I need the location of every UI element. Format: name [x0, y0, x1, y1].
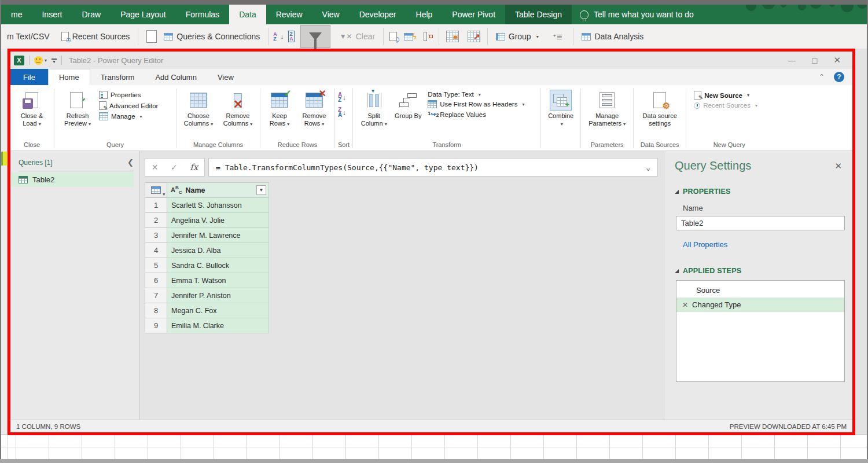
excel-tab-home[interactable]: me [1, 5, 32, 24]
queries-pane-title: Queries [1] [19, 159, 53, 167]
fx-icon[interactable]: fx [190, 162, 198, 172]
formula-accept-icon[interactable]: ✓ [171, 163, 178, 172]
cell-name[interactable]: Angelina V. Jolie [167, 213, 269, 228]
excel-tab-draw[interactable]: Draw [72, 5, 111, 24]
flash-fill-button[interactable]: ϟ [400, 24, 420, 49]
excel-tab-review[interactable]: Review [266, 5, 312, 24]
pq-tab-add-column[interactable]: Add Column [145, 69, 207, 85]
sort-az-button[interactable]: AZ↓ [271, 24, 286, 49]
excel-tab-insert[interactable]: Insert [32, 5, 72, 24]
group-button[interactable]: Group ▾ [490, 24, 545, 49]
remove-duplicates-button[interactable] [420, 24, 436, 49]
cell-name[interactable]: Megan C. Fox [167, 303, 269, 318]
tell-me-box[interactable]: Tell me what you want to do [572, 5, 702, 24]
refresh-preview-button[interactable]: ⟳ Refresh Preview▾ [57, 87, 98, 128]
new-source-button[interactable]: New Source ▾ [694, 91, 757, 100]
ribbon-group-new-query: New Source ▾ Recent Sources ▾ New Query [687, 87, 771, 150]
pq-title-bar[interactable]: X ▾ ▾ Table2 - Power Query Editor — □ ✕ [10, 52, 852, 69]
excel-tab-view[interactable]: View [312, 5, 350, 24]
select-all-cell[interactable]: ▾ [145, 183, 167, 198]
excel-tab-developer[interactable]: Developer [350, 5, 406, 24]
pq-tab-home[interactable]: Home [48, 69, 90, 85]
group-label-data-sources: Data Sources [637, 140, 683, 150]
manage-parameters-button[interactable]: Manage Parameters▾ [584, 87, 630, 128]
remove-columns-button[interactable]: ✕ Remove Columns▾ [219, 87, 257, 128]
from-text-csv-button[interactable]: m Text/CSV [1, 24, 56, 49]
filter-button[interactable] [297, 24, 334, 49]
collapse-triangle-icon[interactable] [675, 190, 679, 194]
replace-values-button[interactable]: 1↪2 Replace Values [428, 111, 538, 118]
subtotal-button[interactable]: ⁺≣ [545, 24, 571, 49]
sort-za-button[interactable]: ZA [286, 24, 297, 49]
remove-rows-button[interactable]: ✕ Remove Rows▾ [297, 87, 332, 128]
cell-name[interactable]: Jennifer P. Aniston [167, 288, 269, 303]
excel-tab-table-design[interactable]: Table Design [505, 5, 572, 24]
new-source-icon [694, 91, 701, 100]
queries-connections-button[interactable]: Queries & Connections [158, 24, 266, 49]
query-name-input[interactable] [676, 216, 845, 230]
cell-name[interactable]: Sandra C. Bullock [167, 258, 269, 273]
dropdown-caret-icon: ▾ [250, 122, 252, 127]
split-column-button[interactable]: ▾ Split Column▾ [356, 87, 392, 128]
column-header-name[interactable]: ABC Name ▼ [167, 183, 269, 198]
query-list-item-table2[interactable]: Table2 [10, 172, 134, 187]
advanced-editor-button[interactable]: Advanced Editor [99, 101, 173, 110]
refresh-all-button[interactable] [141, 24, 158, 49]
all-properties-link[interactable]: All Properties [683, 240, 727, 249]
excel-tab-power-pivot[interactable]: Power Pivot [442, 5, 505, 24]
combine-button[interactable]: + Combine▾ [544, 87, 578, 128]
close-button[interactable]: ✕ [833, 55, 841, 65]
excel-tab-formulas[interactable]: Formulas [176, 5, 229, 24]
sort-ascending-button[interactable]: AZ↓ [338, 92, 346, 102]
recent-sources-button[interactable]: ◷ Recent Sources [56, 24, 136, 49]
keep-rows-button[interactable]: ✓ Keep Rows▾ [263, 87, 296, 128]
smiley-qat-icon[interactable] [34, 56, 43, 65]
step-source[interactable]: Source [676, 283, 844, 297]
what-if-analysis-button[interactable]: ▣ [442, 24, 463, 49]
properties-button[interactable]: Properties [99, 91, 173, 99]
help-icon[interactable]: ? [834, 72, 844, 82]
forecast-sheet-button[interactable]: ↗ [463, 24, 485, 49]
pq-tab-view[interactable]: View [207, 69, 244, 85]
collapse-triangle-icon[interactable] [675, 269, 679, 273]
excel-tab-help[interactable]: Help [406, 5, 443, 24]
use-first-row-as-headers-button[interactable]: Use First Row as Headers ▾ [428, 100, 538, 108]
pq-tab-strip: File Home Transform Add Column View ⌃ ? [10, 69, 852, 85]
ribbon-group-manage-columns: Choose Columns▾ ✕ Remove Columns▾ Manage… [177, 87, 259, 150]
pq-tab-file[interactable]: File [10, 69, 48, 85]
delete-step-icon[interactable]: ✕ [682, 301, 688, 309]
maximize-button[interactable]: □ [812, 56, 817, 65]
excel-tab-data[interactable]: Data [229, 5, 266, 24]
manage-button[interactable]: Manage ▾ [99, 112, 173, 120]
collapse-ribbon-icon[interactable]: ⌃ [819, 73, 825, 81]
data-analysis-button[interactable]: Data Analysis [576, 24, 649, 49]
collapse-pane-icon[interactable]: ❮ [127, 158, 134, 167]
close-and-load-button[interactable]: Close & Load▾ [13, 87, 51, 128]
advanced-editor-icon [99, 101, 106, 110]
column-filter-button[interactable]: ▼ [256, 185, 266, 195]
customize-toolbar-icon[interactable]: ▾ [52, 58, 57, 63]
text-to-columns-button[interactable]: ⤸ [386, 24, 400, 49]
cell-name[interactable]: Emilia M. Clarke [167, 318, 269, 333]
excel-tab-page-layout[interactable]: Page Layout [111, 5, 176, 24]
close-pane-icon[interactable]: ✕ [834, 161, 842, 171]
clear-filter-button[interactable]: ▼✕ Clear [334, 24, 381, 49]
step-changed-type[interactable]: ✕ Changed Type [676, 297, 844, 312]
sort-descending-button[interactable]: ZA↓ [338, 107, 346, 117]
choose-columns-button[interactable]: Choose Columns▾ [179, 87, 218, 128]
cell-name[interactable]: Jennifer M. Lawrence [167, 228, 269, 243]
recent-sources-pq-button[interactable]: Recent Sources ▾ [694, 102, 757, 109]
cell-name[interactable]: Emma T. Watson [167, 273, 269, 288]
group-by-button[interactable]: Group By [393, 87, 423, 120]
cell-name[interactable]: Jessica D. Alba [167, 243, 269, 258]
cell-name[interactable]: Scarlett S. Johansson [167, 198, 269, 213]
formula-bar[interactable]: = Table.TransformColumnTypes(Source,{{"N… [208, 158, 658, 177]
minimize-button[interactable]: — [788, 56, 796, 65]
group-label-combine [544, 147, 578, 150]
tell-me-label: Tell me what you want to do [594, 10, 694, 19]
data-type-button[interactable]: Data Type: Text ▾ [428, 91, 538, 98]
formula-cancel-icon[interactable]: ✕ [152, 163, 159, 172]
pq-tab-transform[interactable]: Transform [90, 69, 145, 85]
expand-formula-icon[interactable]: ⌄ [646, 163, 650, 172]
data-source-settings-button[interactable]: ⚙ Data source settings [637, 87, 683, 127]
